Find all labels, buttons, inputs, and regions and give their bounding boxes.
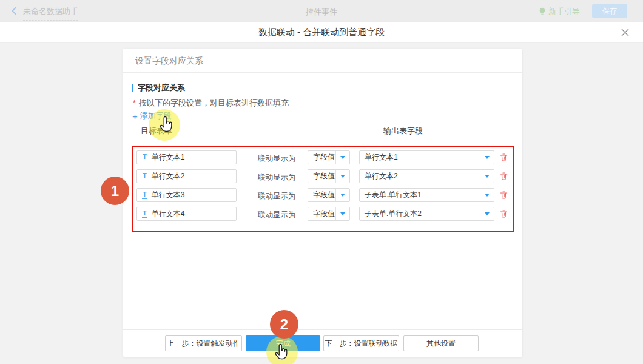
output-field-value: 单行文本2 xyxy=(360,171,480,181)
target-field-label: 单行文本1 xyxy=(152,152,185,163)
link-display-label: 联动显示为 xyxy=(258,210,296,220)
text-field-icon: T xyxy=(142,153,147,161)
rows-container: T 单行文本1 联动显示为 字段值 单行文本1 T 单行文本2 联动显示为 字段… xyxy=(136,150,511,221)
topbar: 未命名数据助手 控件事件 新手引导 保存 xyxy=(0,0,643,22)
panel-title: 设置字段对应关系 xyxy=(123,49,522,73)
target-field-label: 单行文本2 xyxy=(152,171,185,181)
delete-row-icon[interactable] xyxy=(499,190,508,202)
next-step-button[interactable]: 下一步：设置联动数据 xyxy=(323,335,399,351)
text-field-icon: T xyxy=(142,191,147,199)
helper-text-line: *按以下的字段设置，对目标表进行数据填充 xyxy=(133,98,289,109)
output-field-select[interactable]: 子表单.单行文本2 xyxy=(359,207,494,221)
text-field-icon: T xyxy=(142,210,147,218)
chevron-down-icon xyxy=(480,170,494,183)
prev-step-button[interactable]: 上一步：设置触发动作 xyxy=(165,335,242,351)
output-field-value: 子表单.单行文本1 xyxy=(360,190,480,200)
output-field-value: 单行文本1 xyxy=(360,152,480,163)
delete-row-icon[interactable] xyxy=(499,172,508,183)
column-separator xyxy=(132,138,513,138)
field-mapping-panel: 设置字段对应关系 字段对应关系 *按以下的字段设置，对目标表进行数据填充 + 添… xyxy=(123,49,522,357)
value-mode-select[interactable]: 字段值 xyxy=(308,169,350,183)
section-accent-bar xyxy=(132,84,133,92)
delete-row-icon[interactable] xyxy=(499,153,508,164)
output-field-select[interactable]: 单行文本1 xyxy=(359,150,494,164)
value-mode-value: 字段值 xyxy=(308,152,335,163)
value-mode-select[interactable]: 字段值 xyxy=(308,188,350,202)
chevron-down-icon xyxy=(335,170,349,183)
link-display-label: 联动显示为 xyxy=(258,172,296,183)
output-field-select[interactable]: 单行文本2 xyxy=(359,169,494,183)
field-mapping-row: T 单行文本4 联动显示为 字段值 子表单.单行文本2 xyxy=(136,207,511,221)
other-settings-button[interactable]: 其他设置 xyxy=(403,335,479,351)
link-display-label: 联动显示为 xyxy=(258,153,296,164)
required-asterisk: * xyxy=(133,98,136,107)
close-icon[interactable] xyxy=(621,28,630,37)
chevron-down-icon xyxy=(335,151,349,164)
footer-separator xyxy=(123,329,522,330)
target-field-input[interactable]: T 单行文本1 xyxy=(136,150,237,164)
link-display-label: 联动显示为 xyxy=(258,191,296,201)
value-mode-value: 字段值 xyxy=(308,209,335,219)
section-title: 字段对应关系 xyxy=(138,83,185,93)
chevron-down-icon xyxy=(335,207,349,220)
value-mode-value: 字段值 xyxy=(308,190,335,200)
modal-title: 数据联动 - 合并联动到普通字段 xyxy=(0,22,643,42)
target-field-input[interactable]: T 单行文本3 xyxy=(136,188,237,202)
guide-label: 新手引导 xyxy=(548,6,580,17)
column-header-output: 输出表字段 xyxy=(383,126,423,136)
target-field-label: 单行文本3 xyxy=(152,190,185,200)
output-field-value: 子表单.单行文本2 xyxy=(360,209,480,219)
delete-row-icon[interactable] xyxy=(499,209,508,221)
target-field-input[interactable]: T 单行文本2 xyxy=(136,169,237,183)
chevron-down-icon xyxy=(480,189,494,201)
value-mode-value: 字段值 xyxy=(308,171,335,181)
step-2-badge: 2 xyxy=(270,310,298,339)
value-mode-select[interactable]: 字段值 xyxy=(308,150,350,164)
step-1-badge: 1 xyxy=(101,177,129,205)
target-field-label: 单行文本4 xyxy=(152,209,185,219)
target-field-input[interactable]: T 单行文本4 xyxy=(136,207,237,221)
back-chevron-icon[interactable] xyxy=(11,7,17,18)
section-heading: 字段对应关系 xyxy=(132,83,185,93)
chevron-down-icon xyxy=(335,189,349,201)
hand-cursor-icon xyxy=(274,343,289,363)
assistant-title: 未命名数据助手 xyxy=(23,6,78,21)
chevron-down-icon xyxy=(480,207,494,220)
hand-cursor-icon xyxy=(159,116,173,135)
helper-text: 按以下的字段设置，对目标表进行数据填充 xyxy=(139,98,289,107)
modal-header: 数据联动 - 合并联动到普通字段 xyxy=(0,22,643,43)
topbar-breadcrumb: 控件事件 xyxy=(306,7,337,18)
field-mapping-row: T 单行文本1 联动显示为 字段值 单行文本1 xyxy=(136,150,511,164)
save-button[interactable]: 保存 xyxy=(592,4,627,18)
field-mapping-row: T 单行文本2 联动显示为 字段值 单行文本2 xyxy=(136,169,511,183)
plus-icon: + xyxy=(132,112,138,120)
text-field-icon: T xyxy=(142,172,147,180)
beginner-guide-button[interactable]: 新手引导 xyxy=(539,6,580,17)
bulb-icon xyxy=(539,7,546,16)
chevron-down-icon xyxy=(480,151,494,164)
output-field-select[interactable]: 子表单.单行文本1 xyxy=(359,188,494,202)
value-mode-select[interactable]: 字段值 xyxy=(308,207,350,221)
field-mapping-row: T 单行文本3 联动显示为 字段值 子表单.单行文本1 xyxy=(136,188,511,202)
